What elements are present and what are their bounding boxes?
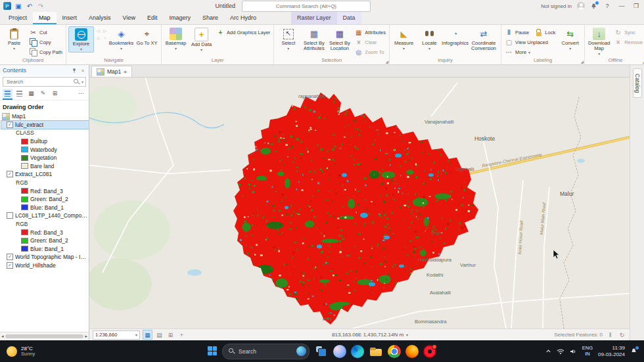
scroll-left-icon[interactable]: ◂ [1,334,4,339]
catalog-tab[interactable]: Catalog [633,68,642,98]
attributes-button[interactable]: Attributes [353,28,387,37]
lock-button[interactable]: Lock [533,28,557,37]
list-by-source-button[interactable] [14,89,24,100]
layer-row-world-topographic-map-india[interactable]: ✓World Topographic Map - India [1,253,89,261]
taskbar-search[interactable]: Search [222,344,310,359]
layer-checkbox[interactable]: ✓ [7,122,13,128]
layer-row-map1[interactable]: Map1 [1,112,89,121]
add-data-button[interactable]: Add Data [189,26,214,53]
map-view-tab[interactable]: Map1 × [91,66,132,77]
tab-share[interactable]: Share [196,12,224,24]
layer-checkbox[interactable]: ✓ [7,262,13,269]
full-extent-icon[interactable]: △ [95,35,101,41]
taskbar-app-copilot[interactable] [333,345,346,358]
wifi-icon[interactable] [557,348,564,355]
scroll-right-icon[interactable]: ▸ [85,334,87,339]
layer-row-rgb[interactable]: RGB [1,179,89,187]
tab-project[interactable]: Project [3,12,33,24]
home-extent-icon[interactable]: ⌂ [102,35,108,41]
help-icon[interactable]: ? [603,2,612,10]
clear-button[interactable]: Clear [353,37,387,47]
dialog-launcher-icon[interactable]: ◢ [581,59,584,64]
volume-icon[interactable] [570,348,577,355]
sync-button[interactable]: Sync [612,28,644,37]
tab-analysis[interactable]: Analysis [83,12,117,24]
command-search-input[interactable] [242,1,371,12]
close-icon[interactable]: × [80,68,86,74]
list-by-editing-button[interactable]: ✎ [38,89,48,100]
layer-row-bare-land[interactable]: Bare land [1,162,89,171]
layout-rows-icon[interactable]: ⊞ [166,330,175,339]
add-graphics-layer-button[interactable]: Add Graphics Layer [215,28,271,37]
redo-icon[interactable]: ↷ [37,2,45,10]
language-indicator[interactable]: ENG IN [582,346,593,357]
layer-row-builtup[interactable]: Builtup [1,137,89,146]
taskbar-app-edge[interactable] [351,345,364,358]
pin-icon[interactable] [71,68,78,73]
coordinate-readout[interactable]: 813,163.06E 1,430,712.14N m ▾ [332,332,408,338]
layer-row-waterbody[interactable]: Waterbody [1,145,89,154]
more-options-icon[interactable]: ⋯ [76,89,86,100]
taskbar-app-chrome[interactable] [388,345,401,358]
signin-status[interactable]: Not signed in [541,3,572,9]
layer-row-red-band-3[interactable]: Red: Band_3 [1,187,89,195]
bookmarks-button[interactable]: Bookmarks [109,26,133,51]
save-icon[interactable]: ▣ [14,2,22,10]
locate-button[interactable]: Locate [417,26,442,51]
select-button[interactable]: Select [276,26,300,51]
remove-button[interactable]: Remove [612,37,644,47]
layer-row-world-hillshade[interactable]: ✓World_Hillshade [1,261,89,270]
tab-insert[interactable]: Insert [57,12,83,24]
more-button[interactable]: More [503,47,557,57]
weather-widget[interactable]: 28°C Sunny [7,346,35,357]
clock[interactable]: 11:39 09-03-2024 [598,345,625,357]
tab-imagery[interactable]: Imagery [163,12,196,24]
tab-raster-layer[interactable]: Raster Layer [291,12,337,24]
pause-button[interactable]: Pause [503,28,530,37]
go-to-xy-button[interactable]: Go To XY [135,26,159,46]
contents-hscrollbar[interactable]: ◂ ▸ [0,332,89,340]
tab-edit[interactable]: Edit [141,12,164,24]
taskbar-app-file-explorer[interactable] [369,344,383,359]
layer-row-vegetation[interactable]: Vegetation [1,154,89,162]
layer-checkbox[interactable]: ✓ [7,171,13,177]
taskbar-app-opera[interactable] [423,345,436,358]
cut-button[interactable]: Cut [28,28,64,37]
view-unplaced-button[interactable]: View Unplaced [503,37,557,47]
tab-arc-hydro[interactable]: Arc Hydro [224,12,262,24]
dialog-launcher-icon[interactable]: ◢ [385,59,388,64]
zoom-to-button[interactable]: Zoom To [353,47,387,57]
list-by-selection-button[interactable]: ▦ [26,89,36,100]
refresh-icon[interactable]: ↻ [618,330,626,339]
list-by-snapping-button[interactable]: ⊞ [50,89,60,100]
download-map-button[interactable]: Download Map [587,26,611,57]
layer-checkbox[interactable] [7,212,13,219]
paste-button[interactable]: Paste [2,26,26,51]
tab-data[interactable]: Data [337,12,361,24]
layer-row-blue-band-1[interactable]: Blue: Band_1 [1,245,89,254]
select-by-location-button[interactable]: Select By Location [327,26,352,51]
explore-button[interactable]: Explore [68,26,94,53]
layer-row-blue-band-1[interactable]: Blue: Band_1 [1,204,89,212]
next-extent-icon[interactable]: ▷ [102,28,108,34]
undo-icon[interactable]: ↶ [26,2,34,10]
layer-row-red-band-3[interactable]: Red: Band_3 [1,228,89,237]
taskbar-app-firefox[interactable] [405,345,419,358]
tab-map[interactable]: Map [33,12,57,24]
coordinate-conversion-button[interactable]: Coordinate Conversion [469,26,499,51]
layer-row-lulc-extract[interactable]: ✓lulc_extract [1,121,89,129]
measure-button[interactable]: Measure [392,26,416,51]
start-button[interactable] [208,346,218,356]
hidden-icons-chevron[interactable] [545,348,551,354]
minimize-button[interactable]: — [617,2,626,10]
basemap-button[interactable]: Basemap [164,26,188,51]
convert-button[interactable]: Convert [558,26,582,51]
layer-row-lc08-l1tp-1440-compositeband2[interactable]: LC08_L1TP_1440_CompositeBand2 [1,212,89,220]
scroll-thumb[interactable] [5,334,84,338]
layer-checkbox[interactable]: ✓ [7,254,13,260]
layer-row-green-band-2[interactable]: Green: Band_2 [1,195,89,204]
close-icon[interactable]: × [124,69,127,75]
restore-button[interactable]: ❐ [632,2,641,10]
pause-drawing-icon[interactable]: ‖ [606,330,614,339]
infographics-button[interactable]: Infographics [443,26,467,46]
